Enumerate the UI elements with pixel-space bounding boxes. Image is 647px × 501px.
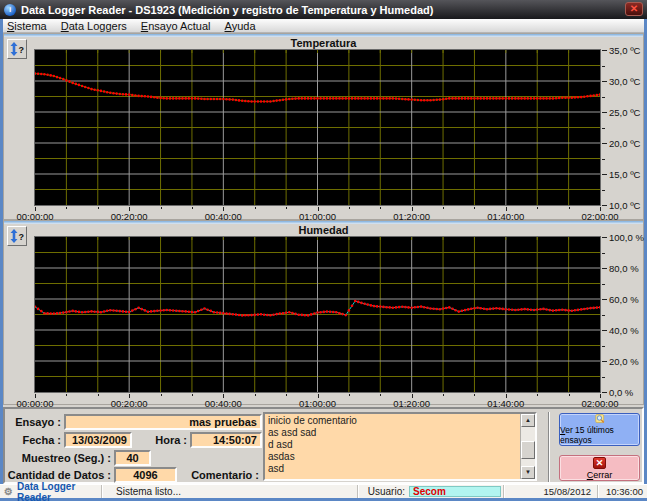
comentario-box[interactable]: inicio de comentario as asd sad d asd as… <box>263 412 537 481</box>
close-window-button[interactable]: ✕ <box>625 2 643 16</box>
x-minor-tick <box>537 394 538 396</box>
gear-icon: ⚙ <box>4 486 13 497</box>
y-tick-label: 25,0 ºC <box>602 107 640 118</box>
y-minor-tick <box>602 253 605 254</box>
humidity-panel: Humedad ? 100,0 %80,0 %60,0 %40,0 %20,0 … <box>3 220 644 405</box>
fecha-label: Fecha : <box>5 434 61 446</box>
cantidad-label: Cantidad de Datos : <box>5 469 111 481</box>
y-minor-tick <box>602 159 605 160</box>
x-minor-tick <box>98 207 99 209</box>
x-minor-tick <box>192 207 193 209</box>
window-title: Data Logger Reader - DS1923 (Medición y … <box>21 4 433 16</box>
svg-text:?: ? <box>19 232 25 242</box>
statusbar-user-segment: Usuario: Secom <box>358 485 504 498</box>
y-minor-tick <box>602 315 605 316</box>
hora-label: Hora : <box>127 434 187 446</box>
updown-arrow-question-icon: ? <box>9 228 25 244</box>
y-minor-tick <box>602 128 605 129</box>
menu-item-ensayo-actual[interactable]: Ensayo Actual <box>134 19 218 33</box>
x-minor-tick <box>537 207 538 209</box>
scrollbar-track[interactable] <box>521 427 535 466</box>
comentario-text[interactable]: inicio de comentario as asd sad d asd as… <box>265 414 520 479</box>
view-last-ensayos-label: Ver 15 últimos ensayos <box>560 425 639 445</box>
y-tick-label: 10,0 ºC <box>602 200 640 211</box>
statusbar-status-text: Sistema listo... <box>116 486 181 497</box>
x-minor-tick <box>349 394 350 396</box>
x-minor-tick <box>66 207 67 209</box>
x-minor-tick <box>474 394 475 396</box>
scrollbar-thumb[interactable] <box>521 441 535 459</box>
y-tick-label: 20,0 % <box>602 356 639 367</box>
cerrar-button[interactable]: ✕ Cerrar <box>559 455 640 481</box>
temperature-x-axis: 00:00:0000:20:0000:40:0001:00:0001:20:00… <box>35 207 601 221</box>
y-minor-tick <box>602 66 605 67</box>
x-minor-tick <box>474 207 475 209</box>
x-minor-tick <box>66 394 67 396</box>
chart-canvas-hum <box>35 237 600 392</box>
updown-arrow-question-icon: ? <box>9 41 25 57</box>
temperature-panel-title: Temperatura <box>4 37 643 49</box>
ensayo-field[interactable]: mas pruebas <box>64 414 262 430</box>
cerrar-label: Cerrar <box>587 470 613 480</box>
humidity-panel-title: Humedad <box>4 224 643 236</box>
scroll-up-button[interactable]: ▲ <box>521 414 535 427</box>
statusbar-date: 15/08/2012 <box>504 485 598 498</box>
y-tick-label: 0,0 % <box>602 387 633 398</box>
menu-item-ayuda[interactable]: Ayuda <box>218 19 263 33</box>
x-minor-tick <box>569 207 570 209</box>
humidity-x-axis: 00:00:0000:20:0000:40:0001:00:0001:20:00… <box>35 394 601 408</box>
humidity-y-axis: 100,0 %80,0 %60,0 %40,0 %20,0 %0,0 % <box>602 237 647 392</box>
statusbar-app-segment: ⚙ Data Logger Reader <box>0 485 102 498</box>
statusbar-time: 10:36:00 <box>598 485 647 498</box>
muestreo-field[interactable]: 40 <box>114 450 151 466</box>
y-tick-label: 15,0 ºC <box>602 169 640 180</box>
temperature-y-axis: 35,0 ºC30,0 ºC25,0 ºC20,0 ºC15,0 ºC10,0 … <box>602 50 647 205</box>
humidity-scale-button[interactable]: ? <box>7 226 27 246</box>
statusbar-date-text: 15/08/2012 <box>543 486 591 497</box>
statusbar: ⚙ Data Logger Reader Sistema listo... Us… <box>0 484 647 498</box>
x-minor-tick <box>161 394 162 396</box>
x-minor-tick <box>161 207 162 209</box>
y-minor-tick <box>602 97 605 98</box>
hora-field[interactable]: 14:50:07 <box>190 432 262 448</box>
cantidad-field[interactable]: 4096 <box>114 467 177 483</box>
fecha-field[interactable]: 13/03/2009 <box>64 432 132 448</box>
x-minor-tick <box>286 394 287 396</box>
statusbar-app-name: Data Logger Reader <box>17 481 101 501</box>
temperature-panel: Temperatura ? 35,0 ºC30,0 ºC25,0 ºC20,0 … <box>3 33 644 220</box>
scroll-down-button[interactable]: ▼ <box>521 466 535 479</box>
x-minor-tick <box>255 207 256 209</box>
y-tick-label: 80,0 % <box>602 263 639 274</box>
x-minor-tick <box>255 394 256 396</box>
usuario-value: Secom <box>409 486 501 497</box>
temperature-scale-button[interactable]: ? <box>7 39 27 59</box>
y-tick-label: 30,0 ºC <box>602 76 640 87</box>
y-minor-tick <box>602 346 605 347</box>
temperature-plot <box>34 49 601 206</box>
menu-item-sistema[interactable]: Sistema <box>0 19 54 33</box>
usuario-label: Usuario: <box>368 486 405 497</box>
x-minor-tick <box>380 207 381 209</box>
statusbar-time-text: 10:36:00 <box>606 486 643 497</box>
y-minor-tick <box>602 190 605 191</box>
x-minor-tick <box>192 394 193 396</box>
titlebar: i Data Logger Reader - DS1923 (Medición … <box>0 0 647 19</box>
ensayo-label: Ensayo : <box>5 416 61 428</box>
comentario-scrollbar[interactable]: ▲ ▼ <box>520 414 535 479</box>
chart-canvas-temp <box>35 50 600 205</box>
y-minor-tick <box>602 377 605 378</box>
y-tick-label: 20,0 ºC <box>602 138 640 149</box>
x-minor-tick <box>443 394 444 396</box>
y-minor-tick <box>602 284 605 285</box>
view-last-ensayos-button[interactable]: Ver 15 últimos ensayos <box>559 413 640 446</box>
svg-text:?: ? <box>19 45 25 55</box>
app-window: i Data Logger Reader - DS1923 (Medición … <box>0 0 647 501</box>
y-tick-label: 60,0 % <box>602 294 639 305</box>
x-minor-tick <box>569 394 570 396</box>
menu-item-data-loggers[interactable]: Data Loggers <box>54 19 134 33</box>
x-minor-tick <box>443 207 444 209</box>
red-x-icon: ✕ <box>593 457 606 469</box>
x-minor-tick <box>380 394 381 396</box>
app-icon: i <box>4 4 16 16</box>
muestreo-label: Muestreo (Seg.) : <box>5 452 111 464</box>
